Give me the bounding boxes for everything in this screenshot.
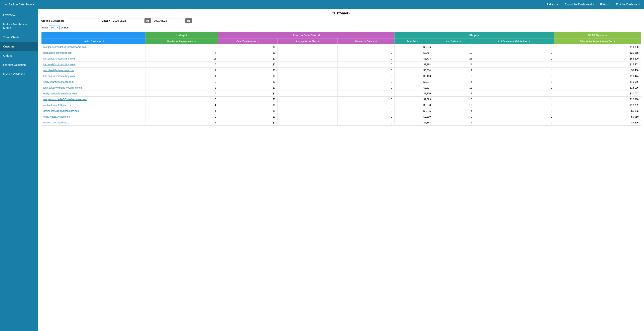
date-section: Date: ▾ 📅 📅 [102, 18, 192, 23]
col-sales-order-amt[interactable]: Sales Order Amount Minus Tax ⇅ [554, 38, 640, 44]
avg-order-cell [278, 44, 338, 50]
customer-cell[interactable]: morgan.schroeder9@rosahardware.com [42, 44, 146, 50]
back-to-datasource-button[interactable]: ← Back to Data Source [4, 2, 34, 6]
sales-order-amt-cell: $20,027 [554, 91, 640, 96]
sidebar-item-product[interactable]: Product Validation [0, 60, 38, 70]
customer-cell[interactable]: michael.stone2@piinc.com [42, 102, 146, 108]
top-bar: ← Back to Data Source Refresh ▾ Export t… [0, 0, 644, 9]
refresh-button[interactable]: Refresh ▾ [546, 3, 558, 6]
col-engagements[interactable]: Number of Engagements ⇅ [146, 38, 218, 44]
num-orders-amazon-cell: 0 [338, 44, 394, 50]
num-orders-shopify-cell: 10 [433, 102, 474, 108]
table-body: morgan.schroeder9@rosahardware.com 3 $0 … [42, 44, 641, 126]
entries-bar: Show 100 25 50 200 entries [41, 25, 641, 30]
order-total-cell: $0 [218, 68, 278, 73]
customer-cell[interactable]: morgan.schroeder0@rosahardware.com [42, 96, 146, 102]
sidebar-item-metrics[interactable]: Metrics Month over Month [0, 20, 38, 32]
edit-dashboard-button[interactable]: Edit the Dashboard [616, 3, 640, 6]
date-start-input[interactable] [111, 18, 143, 23]
order-total-cell: $0 [218, 91, 278, 96]
customers-with-orders-cell: 1 [474, 96, 554, 102]
num-orders-shopify-cell: 6 [433, 96, 474, 102]
num-orders-shopify-cell: 24 [433, 62, 474, 68]
customer-cell[interactable]: karl.sun1@chiconsulting.com [42, 62, 146, 68]
unified-customer-input[interactable] [67, 18, 99, 23]
title-caret-icon[interactable]: ▾ [349, 12, 350, 15]
export-button[interactable]: Export the Dashboard ▾ [565, 3, 594, 6]
avg-order-cell [278, 120, 338, 126]
total-price-cell: $3,876 [394, 44, 433, 50]
sidebar-item-trend[interactable]: Trend Charts [0, 33, 38, 42]
group-header-row: Hubspot Amazon SellerCentral Shopify DEA… [42, 32, 641, 38]
customer-cell[interactable]: paris.lee6@rojapartners.com [42, 68, 146, 73]
entries-select[interactable]: 100 25 50 200 [49, 25, 60, 30]
col-order-total[interactable]: OrderTotal Amount ⇅ [218, 38, 278, 44]
date-start-calendar-button[interactable]: 📅 [144, 18, 151, 23]
sidebar-item-orders[interactable]: Orders [0, 51, 38, 60]
customer-cell[interactable]: michael.stone0@piinc.com [42, 50, 146, 56]
sales-order-amt-cell: $13,392 [554, 102, 640, 108]
sales-order-amt-cell: $19,380 [554, 44, 640, 50]
avg-order-cell [278, 96, 338, 102]
num-orders-amazon-cell: 0 [338, 108, 394, 114]
filters-button[interactable]: Filters ▾ [600, 3, 610, 6]
customer-cell[interactable]: john.powell9@blancnetworking.com [42, 85, 146, 91]
group-dear-header: DEAR Systems [554, 32, 640, 38]
sales-order-amt-cell: $14,136 [554, 85, 640, 91]
group-empty [42, 32, 146, 38]
customer-cell[interactable]: karl.sun9@chiconsulting.com [42, 56, 146, 62]
sidebar-item-invoice[interactable]: Invoice Validation [0, 70, 38, 79]
customer-cell[interactable]: emily.rogers1@luag.com [42, 114, 146, 120]
customer-cell[interactable]: karl.sun0@chiconsulting.com [42, 73, 146, 79]
sidebar-item-overview[interactable]: Overview [0, 10, 38, 20]
content-area: Customer ▾ Unified Customer: Date: ▾ 📅 📅… [38, 9, 644, 331]
sales-order-amt-cell: $8,436 [554, 68, 640, 73]
engagements-cell: 5 [146, 91, 218, 96]
main-layout: Overview Metrics Month over Month Trend … [0, 9, 644, 331]
customers-with-orders-cell: 1 [474, 120, 554, 126]
date-caret-icon[interactable]: ▾ [108, 19, 110, 22]
col-total-price[interactable]: Total Price ↓ [394, 38, 433, 44]
show-label: Show [41, 26, 48, 29]
order-total-cell: $0 [218, 108, 278, 114]
date-end-calendar-button[interactable]: 📅 [185, 18, 192, 23]
avg-order-cell [278, 56, 338, 62]
sales-order-amt-cell: $20,268 [554, 50, 640, 56]
customer-cell[interactable]: emily.sanders9@lumetrics.com [42, 91, 146, 96]
order-total-cell: $0 [218, 50, 278, 56]
customers-with-orders-cell: 1 [474, 102, 554, 108]
sales-order-amt-cell: $20,910 [554, 96, 640, 102]
col-customers-with-orders[interactable]: # of Customers With Orders ⇅ [474, 38, 554, 44]
customer-cell[interactable]: denise.lee6@alphaindustries.com [42, 108, 146, 114]
num-orders-amazon-cell: 0 [338, 96, 394, 102]
filter-bar: Unified Customer: Date: ▾ 📅 📅 [41, 18, 641, 23]
entries-label: entries [61, 26, 68, 29]
sales-order-amt-cell: $6,363 [554, 108, 640, 114]
sales-order-amt-cell: $56,220 [554, 56, 640, 62]
avg-order-cell [278, 50, 338, 56]
order-total-cell: $0 [218, 96, 278, 102]
num-orders-amazon-cell: 0 [338, 50, 394, 56]
total-price-cell: $2,342 [394, 120, 433, 126]
sort-icon-sales-order: ⇅ [613, 40, 615, 42]
date-end-input[interactable] [152, 18, 184, 23]
customers-with-orders-cell: 1 [474, 85, 554, 91]
customer-cell[interactable]: emily.swanson6@lanoil.com [42, 79, 146, 85]
table-row: michael.stone2@piinc.com 4 $0 0 $2,678 1… [42, 102, 641, 108]
sales-order-amt-cell: $25,452 [554, 62, 640, 68]
num-orders-shopify-cell: 4 [433, 68, 474, 73]
customer-cell[interactable]: naomi.shaw7@greiinc.co [42, 120, 146, 126]
avg-order-cell [278, 79, 338, 85]
col-unified-customer[interactable]: Unified Customer ⇅ [42, 38, 146, 44]
sidebar-item-customer[interactable]: Customer [0, 42, 38, 51]
sales-order-amt-cell: $9,960 [554, 114, 640, 120]
col-num-orders-shopify[interactable]: # of Orders ⇅ [433, 38, 474, 44]
sort-icon-num-orders-amazon: ⇅ [375, 40, 377, 42]
table-row: paris.lee6@rojapartners.com 1 $0 0 $3,37… [42, 68, 641, 73]
sort-icon-customers-with-orders: ⇅ [528, 40, 530, 42]
num-orders-shopify-cell: 10 [433, 50, 474, 56]
order-total-cell: $0 [218, 73, 278, 79]
col-num-orders-amazon[interactable]: Number of Orders ⇅ [338, 38, 394, 44]
dashboard-title: Customer ▾ [41, 11, 641, 16]
col-avg-order[interactable]: Average Order Size ⇅ [278, 38, 338, 44]
